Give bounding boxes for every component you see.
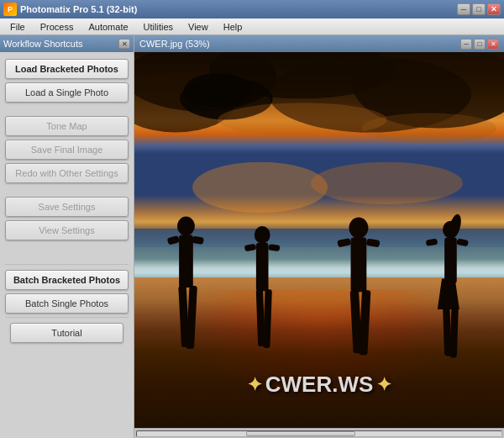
title-bar-left: P Photomatix Pro 5.1 (32-bit) (3, 3, 137, 16)
workflow-panel: Workflow Shortcuts ✕ Load Bracketed Phot… (0, 35, 134, 438)
tutorial-section: Tutorial (5, 317, 129, 348)
image-close-button[interactable]: ✕ (487, 39, 499, 50)
app-title: Photomatix Pro 5.1 (32-bit) (20, 4, 137, 14)
load-bracketed-button[interactable]: Load Bracketed Photos (5, 59, 129, 79)
image-scrollbar[interactable] (134, 428, 504, 438)
separator-1 (5, 106, 129, 113)
tutorial-button[interactable]: Tutorial (10, 323, 123, 343)
title-bar-controls: ─ □ ✕ (457, 3, 501, 15)
svg-rect-26 (366, 239, 381, 248)
separator-2 (5, 187, 129, 193)
svg-rect-33 (456, 239, 469, 247)
watermark-star-right: ✦ (376, 374, 391, 396)
app-icon: P (3, 3, 17, 16)
scrollbar-thumb[interactable] (246, 431, 355, 436)
right-content: CWER.jpg (53%) ─ □ ✕ (134, 35, 504, 438)
panel-title: Workflow Shortcuts (3, 39, 83, 49)
svg-rect-22 (263, 289, 272, 348)
svg-rect-32 (426, 239, 438, 246)
svg-rect-24 (351, 238, 367, 293)
image-area: ✦ CWER.WS ✦ (134, 52, 504, 428)
panel-title-bar: Workflow Shortcuts ✕ (0, 35, 134, 52)
svg-rect-31 (444, 238, 457, 283)
image-title: CWER.jpg (53%) (139, 39, 210, 49)
watermark-star-left: ✦ (247, 374, 262, 396)
svg-rect-14 (192, 236, 204, 245)
svg-point-9 (218, 103, 386, 136)
image-minimize-button[interactable]: ─ (460, 39, 472, 50)
image-maximize-button[interactable]: □ (474, 39, 486, 50)
panel-title-controls: ✕ (118, 39, 130, 49)
image-title-controls: ─ □ ✕ (460, 39, 499, 50)
image-canvas: ✦ CWER.WS ✦ (134, 52, 504, 428)
menu-view[interactable]: View (181, 20, 215, 34)
maximize-button[interactable]: □ (472, 3, 486, 15)
view-settings-button[interactable]: View Settings (5, 220, 129, 240)
batch-single-button[interactable]: Batch Single Photos (5, 293, 129, 314)
image-title-bar: CWER.jpg (53%) ─ □ ✕ (134, 35, 504, 52)
svg-rect-28 (359, 290, 370, 356)
scrollbar-track[interactable] (136, 430, 502, 437)
menu-help[interactable]: Help (217, 20, 249, 34)
tone-map-button[interactable]: Tone Map (5, 116, 129, 136)
svg-rect-16 (186, 286, 197, 349)
load-single-button[interactable]: Load a Single Photo (5, 82, 129, 103)
svg-rect-12 (179, 235, 193, 288)
watermark: ✦ CWER.WS ✦ (247, 372, 392, 398)
menu-file[interactable]: File (3, 20, 32, 34)
main-content: Workflow Shortcuts ✕ Load Bracketed Phot… (0, 35, 504, 438)
svg-rect-20 (268, 244, 280, 251)
svg-point-11 (177, 217, 195, 236)
menu-automate[interactable]: Automate (81, 20, 134, 34)
svg-rect-25 (337, 238, 351, 247)
redo-other-button[interactable]: Redo with Other Settings (5, 163, 129, 183)
watermark-text: CWER.WS (265, 372, 374, 398)
separator-3 (5, 244, 129, 251)
svg-rect-19 (244, 244, 257, 252)
menu-bar: File Process Automate Utilities View Hel… (0, 18, 504, 35)
svg-point-8 (184, 73, 251, 107)
save-final-button[interactable]: Save Final Image (5, 140, 129, 160)
save-settings-button[interactable]: Save Settings (5, 197, 129, 217)
svg-point-10 (361, 113, 496, 143)
menu-utilities[interactable]: Utilities (137, 20, 180, 34)
batch-section: Batch Bracketed Photos Batch Single Phot… (5, 264, 129, 314)
workflow-buttons-container: Load Bracketed Photos Load a Single Phot… (0, 52, 134, 438)
panel-close-button[interactable]: ✕ (118, 39, 130, 49)
svg-rect-18 (256, 243, 269, 291)
batch-bracketed-button[interactable]: Batch Bracketed Photos (5, 270, 129, 290)
menu-process[interactable]: Process (34, 20, 81, 34)
svg-rect-35 (449, 308, 458, 358)
svg-point-23 (349, 218, 368, 239)
separator-4 (5, 254, 129, 261)
close-button[interactable]: ✕ (487, 3, 501, 15)
svg-point-17 (255, 226, 270, 244)
app-title-bar: P Photomatix Pro 5.1 (32-bit) ─ □ ✕ (0, 0, 504, 18)
svg-rect-13 (167, 235, 180, 245)
minimize-button[interactable]: ─ (457, 3, 470, 15)
